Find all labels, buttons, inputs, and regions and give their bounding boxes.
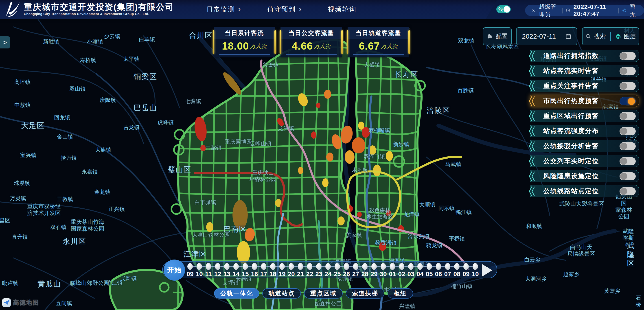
timeline-tick-label: 07 bbox=[444, 270, 451, 278]
timeline-dot-09[interactable] bbox=[187, 263, 193, 270]
search-label[interactable]: 搜索 bbox=[594, 32, 606, 40]
timeline-dot-07[interactable] bbox=[445, 263, 450, 270]
layer-toggle-switch[interactable] bbox=[620, 127, 636, 135]
divider bbox=[610, 32, 611, 41]
timeline-dot-15[interactable] bbox=[242, 263, 248, 270]
double-chevron-left-icon bbox=[528, 141, 537, 152]
timeline-dot-23[interactable] bbox=[316, 263, 322, 270]
layer-toggle-switch[interactable] bbox=[620, 157, 636, 165]
layers-icon[interactable] bbox=[615, 34, 621, 39]
nav-item-2[interactable]: 值守预判› bbox=[267, 5, 302, 14]
timeline-dot-11[interactable] bbox=[206, 263, 211, 270]
timeline-dot-10[interactable] bbox=[472, 263, 478, 270]
company-logo-icon bbox=[4, 1, 21, 17]
timeline-tick-label: 09 bbox=[186, 270, 194, 278]
timeline-dot-10[interactable] bbox=[196, 263, 202, 270]
layer-toggle-switch[interactable] bbox=[620, 142, 636, 150]
timeline-tick-label: 17 bbox=[260, 270, 267, 278]
timeline-dot-22[interactable] bbox=[307, 263, 312, 270]
double-chevron-left-icon bbox=[528, 156, 537, 167]
timeline-dot-03[interactable] bbox=[408, 263, 414, 270]
layer-toggle-switch[interactable] bbox=[620, 97, 636, 105]
layer-toggle-label: 重点区域出行预警 bbox=[543, 112, 599, 120]
timeline-dot-14[interactable] bbox=[233, 263, 239, 270]
timeline-dot-05[interactable] bbox=[426, 263, 432, 270]
timeline-dot-06[interactable] bbox=[436, 263, 441, 270]
layer-toggle-row-3[interactable]: 重点关注事件告警 bbox=[530, 80, 639, 92]
theme-toggle[interactable]: 浅 bbox=[496, 6, 511, 13]
double-chevron-left-icon bbox=[528, 110, 537, 122]
timeline-dot-04[interactable] bbox=[417, 263, 423, 270]
timeline-dot-01[interactable] bbox=[390, 263, 395, 270]
layer-toggle-switch[interactable] bbox=[620, 187, 636, 196]
timeline-dot-24[interactable] bbox=[325, 263, 331, 270]
stat-card-title: 当日累计客流 bbox=[214, 27, 275, 39]
layer-toggle-row-1[interactable]: 道路出行拥堵指数 bbox=[530, 50, 639, 62]
sidebar-expand-button[interactable]: > bbox=[0, 36, 10, 48]
timeline-tick-label: 21 bbox=[297, 270, 304, 278]
nav-item-1[interactable]: 日常监测› bbox=[206, 5, 241, 14]
tab-3[interactable]: 重点区域 bbox=[304, 288, 343, 298]
tab-5[interactable]: 枢纽 bbox=[388, 288, 413, 298]
date-picker[interactable]: 2022-07-11 bbox=[516, 27, 577, 45]
layer-toggle-row-7[interactable]: 公轨接驳分析告警 bbox=[530, 140, 639, 152]
toggle-knob bbox=[620, 158, 627, 165]
timeline-dot-30[interactable] bbox=[380, 263, 386, 270]
layer-toggle-switch[interactable] bbox=[620, 52, 636, 60]
timeline-dot-19[interactable] bbox=[279, 263, 285, 270]
timeline-dot-16[interactable] bbox=[252, 263, 257, 270]
timeline-dot-13[interactable] bbox=[224, 263, 230, 270]
timeline-dot-29[interactable] bbox=[371, 263, 377, 270]
amap-logo-icon bbox=[2, 298, 11, 307]
layer-toggle-row-10[interactable]: 公轨线路站点定位 bbox=[530, 185, 639, 197]
timeline-dot-20[interactable] bbox=[288, 263, 294, 270]
layer-toggle-row-6[interactable]: 站点客流强度分布 bbox=[530, 125, 639, 137]
search-icon[interactable] bbox=[585, 34, 591, 39]
layer-toggle-switch[interactable] bbox=[620, 112, 636, 120]
layer-toggle-switch[interactable] bbox=[620, 82, 636, 90]
layer-toggle-row-2[interactable]: 站点客流实时告警 bbox=[530, 65, 639, 77]
layer-toggle-switch[interactable] bbox=[620, 67, 636, 75]
tab-4[interactable]: 索道扶梯 bbox=[346, 288, 384, 298]
layer-toggle-panel: 道路出行拥堵指数站点客流实时告警重点关注事件告警市民出行热度预警重点区域出行预警… bbox=[530, 50, 639, 200]
layer-toggle-row-8[interactable]: 公交列车实时定位 bbox=[530, 155, 639, 167]
timeline-dot-02[interactable] bbox=[399, 263, 404, 270]
current-datetime: 2022-07-11 20:47:47 bbox=[574, 4, 615, 18]
timeline-tick-label: 23 bbox=[315, 270, 322, 278]
tab-2[interactable]: 轨道站点 bbox=[262, 288, 301, 298]
layer-toggle-switch[interactable] bbox=[620, 172, 636, 180]
bottom-tab-bar: 公轨一体化轨道站点重点区域索道扶梯枢纽 bbox=[214, 288, 413, 298]
timeline-dot-27[interactable] bbox=[353, 263, 358, 270]
timeline-dot-21[interactable] bbox=[298, 263, 303, 270]
layer-toggle-row-9[interactable]: 风险隐患设施定位 bbox=[530, 170, 639, 182]
timeline-rail[interactable] bbox=[188, 265, 476, 268]
timeline-tick-label: 29 bbox=[370, 270, 378, 278]
toggle-knob bbox=[628, 98, 635, 105]
timeline-dot-18[interactable] bbox=[270, 263, 276, 270]
nav-item-3[interactable]: 视频轮询 bbox=[328, 5, 356, 14]
stat-card-rail-passengers: 当日轨道客流量 6.67 万人次 bbox=[348, 27, 409, 58]
timeline-dot-17[interactable] bbox=[261, 263, 266, 270]
timeline-tick-label: 28 bbox=[361, 270, 368, 278]
clock-icon bbox=[566, 8, 570, 14]
layer-toggle-label: 公轨线路站点定位 bbox=[543, 187, 599, 196]
tab-1[interactable]: 公轨一体化 bbox=[214, 288, 259, 298]
timeline-start-label: 开始 bbox=[167, 265, 182, 275]
timeline-start-button[interactable]: 开始 bbox=[164, 260, 185, 280]
config-button[interactable]: 配置 bbox=[483, 27, 512, 45]
play-button[interactable] bbox=[482, 264, 492, 276]
map-watermark: 高德地图 bbox=[2, 298, 39, 307]
timeline-tick-label: 27 bbox=[352, 270, 359, 278]
timeline-dot-08[interactable] bbox=[454, 263, 460, 270]
layer-toggle-row-5[interactable]: 重点区域出行预警 bbox=[530, 110, 639, 122]
timeline-tick-label: 18 bbox=[269, 270, 276, 278]
timeline-dot-28[interactable] bbox=[362, 263, 368, 270]
timeline-dot-25[interactable] bbox=[334, 263, 340, 270]
timeline-dot-12[interactable] bbox=[215, 263, 220, 270]
layer-toggle-label: 站点客流实时告警 bbox=[543, 66, 599, 75]
layers-label[interactable]: 图层 bbox=[624, 32, 636, 40]
layer-toggle-row-4[interactable]: 市民出行热度预警 bbox=[530, 95, 639, 107]
timeline-dot-26[interactable] bbox=[344, 263, 349, 270]
nav-item-label: 视频轮询 bbox=[328, 5, 356, 14]
timeline-dot-09[interactable] bbox=[463, 263, 469, 270]
